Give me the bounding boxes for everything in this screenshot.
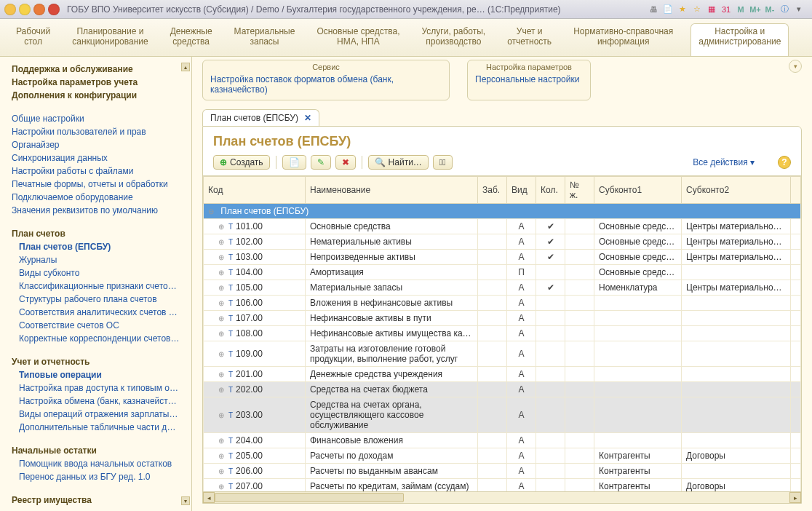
sb-head-uot[interactable]: Учет и отчетность <box>4 355 187 368</box>
col-5[interactable]: № ж. <box>565 177 594 204</box>
personal-settings-link[interactable]: Персональные настройки <box>475 74 583 85</box>
service-link-formats[interactable]: Настройка поставок форматов обмена (банк… <box>210 74 442 95</box>
col-2[interactable]: Заб. <box>478 177 507 204</box>
nav-item-5[interactable]: Услуги, работы,производство <box>417 23 490 56</box>
grid[interactable]: КодНаименованиеЗаб.ВидКол.№ ж.Субконто1С… <box>203 175 801 491</box>
sb-no-1[interactable]: Перенос данных из БГУ ред. 1.0 <box>4 470 187 483</box>
scroll-down-icon[interactable]: ▾ <box>181 496 190 505</box>
sb-plan-3[interactable]: Классификационные признаки счето… <box>4 280 187 293</box>
sb-item1-4[interactable]: Настройки работы с файлами <box>4 165 187 178</box>
table-row[interactable]: ⊖ План счетов (ЕПСБУ) <box>204 204 801 219</box>
collapse-panel-icon[interactable]: ▾ <box>789 60 802 73</box>
nav-item-0[interactable]: Рабочийстол <box>12 23 55 56</box>
table-row[interactable]: ⊕Т207.00Расчеты по кредитам, займам (ссу… <box>204 479 801 492</box>
nav-item-2[interactable]: Денежныесредства <box>166 23 217 56</box>
sb-item1-2[interactable]: Органайзер <box>4 138 187 151</box>
table-row[interactable]: ⊕Т204.00Финансовые вложенияА <box>204 433 801 448</box>
nav-item-7[interactable]: Нормативно-справочнаяинформация <box>569 23 677 56</box>
sb-item1-5[interactable]: Печатные формы, отчеты и обработки <box>4 178 187 191</box>
sb-plan-2[interactable]: Виды субконто <box>4 266 187 280</box>
sb-plan-1[interactable]: Журналы <box>4 253 187 266</box>
info-icon[interactable]: ⓘ <box>779 4 790 15</box>
table-row[interactable]: ⊕Т203.00Средства на счетах органа, осуще… <box>204 397 801 433</box>
sb-item1-3[interactable]: Синхронизация данных <box>4 151 187 165</box>
sb-head-0[interactable]: Поддержка и обслуживание <box>4 63 187 76</box>
col-4[interactable]: Кол. <box>536 177 565 204</box>
delete-button[interactable]: ✖ <box>335 155 356 170</box>
scroll-left-icon[interactable]: ◂ <box>203 492 215 503</box>
nav-item-6[interactable]: Учет иотчетность <box>503 23 556 56</box>
clear-filter-button[interactable]: 🔍⃠ <box>433 155 453 170</box>
scroll-right-icon[interactable]: ▸ <box>789 492 801 503</box>
dropdown-icon[interactable]: ▾ <box>793 4 805 15</box>
table-row[interactable]: ⊕Т102.00Нематериальные активыА✔Основные … <box>204 234 801 250</box>
sb-uot-4[interactable]: Дополнительные табличные части до… <box>4 421 187 434</box>
calc-icon[interactable]: ▦ <box>706 4 717 15</box>
sb-uot-2[interactable]: Настройка обмена (банк, казначейст… <box>4 395 187 408</box>
sb-plan-6[interactable]: Соответствие счетов ОС <box>4 319 187 332</box>
sb-item1-6[interactable]: Подключаемое оборудование <box>4 191 187 204</box>
h-scrollbar[interactable]: ◂ ▸ <box>203 491 801 503</box>
tab-close-icon[interactable]: ✕ <box>304 113 311 123</box>
table-row[interactable]: ⊕Т108.00Нефинансовые активы имущества ка… <box>204 326 801 341</box>
table-row[interactable]: ⊕Т206.00Расчеты по выданным авансамАКонт… <box>204 464 801 479</box>
m-minus-btn[interactable]: M- <box>764 4 776 15</box>
bookmark-icon[interactable]: ☆ <box>691 4 703 15</box>
tab-plan-schetov[interactable]: План счетов (ЕПСБУ) ✕ <box>202 109 319 126</box>
col-6[interactable]: Субконто1 <box>594 177 682 204</box>
doc-icon[interactable]: 📄 <box>662 4 674 15</box>
sb-head-ri[interactable]: Реестр имущества <box>4 494 187 507</box>
find-button[interactable]: 🔍Найти… <box>368 155 429 170</box>
table-row[interactable]: ⊕Т103.00Непроизведенные активыА✔Основные… <box>204 250 801 265</box>
sb-uot-3[interactable]: Виды операций отражения зарплаты … <box>4 408 187 421</box>
sb-head-no[interactable]: Начальные остатки <box>4 444 187 457</box>
print-icon[interactable]: 🖶 <box>648 4 659 15</box>
sb-head-1[interactable]: Настройка параметров учета <box>4 76 187 89</box>
table-row[interactable]: ⊕Т202.00Средства на счетах бюджетаА <box>204 382 801 397</box>
maximize-icon[interactable] <box>33 4 45 15</box>
col-1[interactable]: Наименование <box>306 177 478 204</box>
scroll-thumb[interactable] <box>215 493 404 502</box>
table-row[interactable]: ⊕Т109.00Затраты на изготовление готовой … <box>204 341 801 367</box>
sb-uot-0[interactable]: Типовые операции <box>4 368 187 381</box>
sb-plan-7[interactable]: Корректные корреспонденции счетов… <box>4 332 187 345</box>
all-actions-button[interactable]: Все действия ▾ <box>693 157 773 167</box>
search-icon: 🔍 <box>375 157 386 167</box>
m-plus-btn[interactable]: M+ <box>749 4 761 15</box>
sb-item1-1[interactable]: Настройки пользователей и прав <box>4 125 187 138</box>
table-row[interactable]: ⊕Т105.00Материальные запасыА✔Номенклатур… <box>204 280 801 296</box>
table-row[interactable]: ⊕Т104.00АмортизацияПОсновные средства <box>204 265 801 280</box>
table-row[interactable]: ⊕Т101.00Основные средстваА✔Основные сред… <box>204 219 801 234</box>
calendar-icon[interactable]: 31 <box>720 4 732 15</box>
help-icon[interactable]: ? <box>778 156 791 169</box>
create-button[interactable]: ⊕Создать <box>213 155 270 170</box>
sidebar-scrollbar[interactable]: ▴ ▾ <box>181 63 190 505</box>
sb-head-plan[interactable]: План счетов <box>4 227 187 240</box>
m-btn[interactable]: M <box>735 4 747 15</box>
sb-item1-7[interactable]: Значения реквизитов по умолчанию <box>4 204 187 217</box>
nav-item-4[interactable]: Основные средства,НМА, НПА <box>312 23 404 56</box>
col-3[interactable]: Вид <box>507 177 536 204</box>
close-icon[interactable] <box>48 4 60 15</box>
minimize-icon[interactable] <box>19 4 31 15</box>
edit-button[interactable]: ✎ <box>311 155 331 170</box>
sb-head-2[interactable]: Дополнения к конфигурации <box>4 89 187 102</box>
table-row[interactable]: ⊕Т201.00Денежные средства учрежденияА <box>204 367 801 382</box>
star-icon[interactable]: ★ <box>677 4 688 15</box>
copy-button[interactable]: 📄 <box>282 155 306 170</box>
scroll-up-icon[interactable]: ▴ <box>181 63 190 71</box>
col-7[interactable]: Субконто2 <box>682 177 791 204</box>
table-row[interactable]: ⊕Т205.00Расчеты по доходамАКонтрагентыДо… <box>204 448 801 464</box>
sb-plan-4[interactable]: Структуры рабочего плана счетов <box>4 293 187 306</box>
sb-item1-0[interactable]: Общие настройки <box>4 112 187 125</box>
sb-plan-0[interactable]: План счетов (ЕПСБУ) <box>4 240 187 253</box>
sb-no-0[interactable]: Помощник ввода начальных остатков <box>4 457 187 470</box>
nav-item-3[interactable]: Материальныезапасы <box>230 23 300 56</box>
sb-plan-5[interactable]: Соответствия аналитических счетов … <box>4 306 187 319</box>
table-row[interactable]: ⊕Т106.00Вложения в нефинансовые активыА <box>204 296 801 311</box>
nav-item-8[interactable]: Настройка иадминистрирование <box>690 23 789 56</box>
sb-uot-1[interactable]: Настройка прав доступа к типовым о… <box>4 381 187 395</box>
col-0[interactable]: Код <box>204 177 306 204</box>
nav-item-1[interactable]: Планирование исанкционирование <box>68 23 152 56</box>
table-row[interactable]: ⊕Т107.00Нефинансовые активы в путиА <box>204 311 801 326</box>
